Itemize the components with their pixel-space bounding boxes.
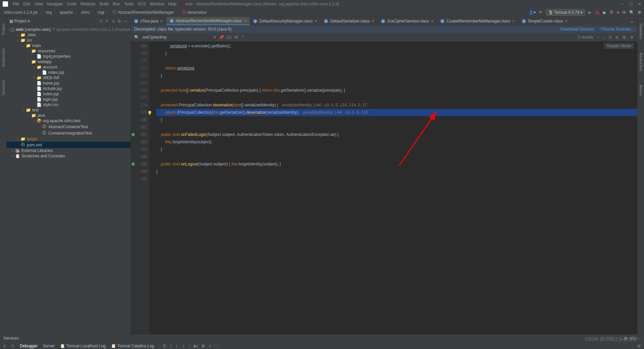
maven-tool-button[interactable]: Maven [639,85,643,96]
menu-navigate[interactable]: Navigate [45,2,65,6]
maximize-icon[interactable]: ☐ [629,2,633,6]
layout-icon[interactable]: ☰ [163,344,166,348]
menu-run[interactable]: Run [111,2,122,6]
tree-item[interactable]: 📄log4j.properties [7,54,130,59]
reader-mode-badge[interactable]: Reader Mode [604,43,634,49]
run-config-selector[interactable]: 🍃 Tomcat 8.5.79 ▾ [546,9,585,16]
tree-item[interactable]: 📄home.jsp [7,81,130,86]
minimize-icon[interactable]: — [620,2,624,6]
editor-tab[interactable]: cAbstractRememberMeManager.class× [166,17,250,25]
expand-all-icon[interactable]: ⇱ [105,19,109,23]
tree-root[interactable]: ⌄▢ web [samples-web] F:\javasec-env\shir… [7,27,130,32]
breadcrumb[interactable]: mgt [96,10,106,15]
word-icon[interactable]: W [234,35,238,40]
localhost-log-tab[interactable]: 📋 Tomcat Localhost Log [60,344,106,348]
gear-icon[interactable]: ⚙ [117,19,121,23]
editor-tab[interactable]: cCookieRememberMeManager.class× [437,17,519,25]
bookmarks-tool-button[interactable]: Bookmarks [1,48,5,67]
hide-icon[interactable]: — [124,19,128,23]
tree-item[interactable]: 📄style.css [7,102,130,107]
breadcrumb[interactable]: org [45,10,53,15]
tree-item[interactable]: >📋Scratches and Consoles [7,153,130,159]
step-over-icon[interactable]: ⤵ [170,344,172,348]
run-to-cursor-icon[interactable]: ▶| [194,344,198,348]
tree-item[interactable]: ⒸAbstractContainerTest [7,123,130,130]
back-icon[interactable]: ↶ [539,10,542,15]
tree-item[interactable]: ⌄📁src [7,38,130,43]
tree-item[interactable]: 📄index.jsp [7,91,130,97]
tree-item[interactable]: ⌄📁.idea [7,32,130,38]
project-tool-button[interactable]: Project [1,23,5,35]
more-icon[interactable]: ⋯ [214,344,218,348]
breadcrumb[interactable]: apache [58,10,74,15]
evaluate-icon[interactable]: 🖩 [201,344,205,348]
git-update-icon[interactable]: ⟳ [623,10,626,15]
select-all-icon[interactable]: ⎘ [609,35,611,40]
debugger-tab[interactable]: Debugger [20,344,38,348]
breadcrumb[interactable]: shiro [79,10,91,15]
project-tree[interactable]: ⌄▢ web [samples-web] F:\javasec-env\shir… [7,26,130,334]
tree-item[interactable]: ⌄📦org.apache.shiro.test [7,118,130,123]
choose-sources-link[interactable]: Choose Sources... [601,27,634,32]
editor-tab[interactable]: cJcaCipherService.class× [378,17,437,25]
new-window-icon[interactable]: ⧉ [615,35,619,40]
threads-icon[interactable]: ⎘ [3,344,6,348]
tree-item[interactable]: ⓜpom.xml [7,142,130,148]
menu-file[interactable]: File [11,2,21,6]
run-button[interactable]: ▶ [588,10,591,15]
menu-view[interactable]: View [32,2,45,6]
menu-refactor[interactable]: Refactor [78,2,98,6]
editor-tab[interactable]: cSimpleCookie.class× [519,17,571,25]
tree-item[interactable]: ⌄📁resources [7,48,130,54]
editor-tab[interactable]: cDefaultSecurityManager.class× [250,17,321,25]
collapse-all-icon[interactable]: ⇲ [111,19,115,23]
menu-build[interactable]: Build [98,2,111,6]
locate-icon[interactable]: ⊙ [99,19,103,23]
tree-item[interactable]: >📁WEB-INF [7,75,130,81]
code-editor[interactable]: Reader Mode 168169170171172173174177178💡… [131,42,637,334]
close-icon[interactable]: ✕ [638,2,641,6]
database-tool-button[interactable]: Database [639,23,643,39]
next-icon[interactable]: ↓ [603,35,605,40]
tree-item[interactable]: ⌄📁account [7,64,130,70]
stop-button[interactable]: ■ [617,10,619,15]
editor-tab[interactable]: cDefaultSerializer.class× [321,17,378,25]
tree-item[interactable]: >📚External Libraries [7,148,130,153]
force-step-icon[interactable]: ⤓ [182,344,185,348]
menu-edit[interactable]: Edit [21,2,32,6]
tree-item[interactable]: >📁target [7,136,130,142]
tree-item[interactable]: 📄index.jsp [7,70,130,75]
coverage-icon[interactable]: ▶̣ [603,10,606,15]
tree-item[interactable]: 📄include.jsp [7,86,130,91]
breadcrumb[interactable]: ⓜ deserialize [181,9,208,15]
filter-icon[interactable]: ▼ [630,35,634,40]
tree-item[interactable]: ⌄📁java [7,113,130,118]
editor-tab[interactable]: cnTest.java× [131,17,166,25]
debug-button[interactable]: 🐞 [595,10,600,15]
user-icon[interactable]: 👤▾ [529,10,536,15]
case-icon[interactable]: Cc [227,35,232,40]
pin-icon[interactable]: 📌 [219,35,224,40]
prev-occurrence-icon[interactable]: ✕ [213,35,216,40]
add-selection-icon[interactable]: ⊞ [623,35,626,40]
tree-item[interactable]: ⌄📁main [7,43,130,48]
server-tab[interactable]: Server [43,344,55,348]
prev-icon[interactable]: ↑ [597,35,599,40]
search-input[interactable] [143,35,210,40]
catalina-log-tab[interactable]: 📋 Tomcat Catalina Log [111,344,154,348]
step-out-icon[interactable]: ⤴ [189,344,191,348]
more-tabs-icon[interactable]: ⌄ [627,17,637,25]
layout-toggle-icon[interactable]: ⊞ [637,344,641,348]
search-everywhere-icon[interactable]: 🔍 [629,10,634,15]
breadcrumb[interactable]: shiro-core-1.2.4.jar [3,10,39,15]
profile-icon[interactable]: ⏱ [609,10,613,15]
menu-code[interactable]: Code [65,2,78,6]
regex-icon[interactable]: .* [241,35,244,40]
download-sources-link[interactable]: Download Sources [560,27,594,32]
restart-icon[interactable]: ↻ [11,344,14,348]
menu-window[interactable]: Window [148,2,166,6]
breadcrumb[interactable]: Ⓒ AbstractRememberMeManager [111,9,175,15]
restful-tool-button[interactable]: RestfulTool [639,53,643,71]
trace-icon[interactable]: ≡ [209,344,211,348]
menu-tools[interactable]: Tools [122,2,136,6]
